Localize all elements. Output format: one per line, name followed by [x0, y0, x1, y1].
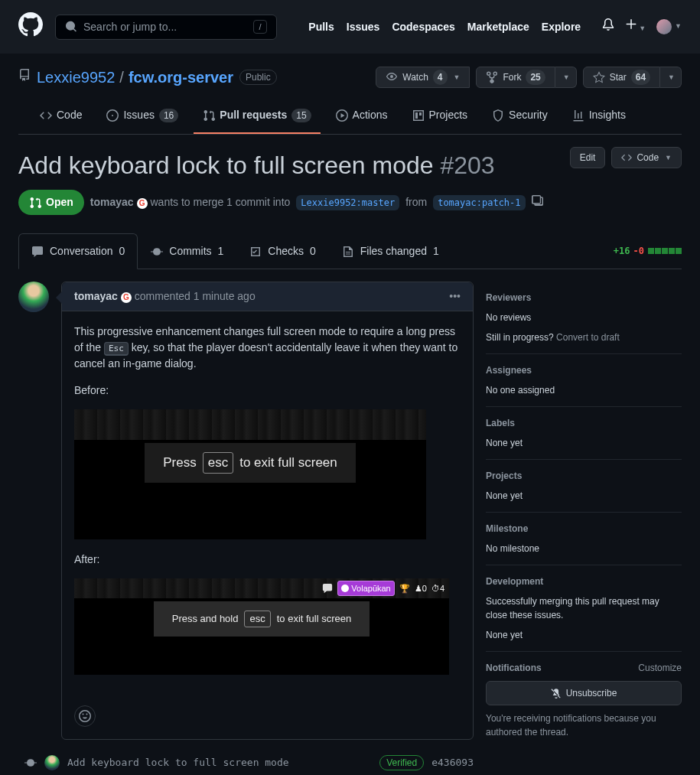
base-branch[interactable]: Lexxie9952:master	[296, 195, 399, 210]
diffstat: +16 -0	[614, 233, 682, 269]
convert-to-draft-link[interactable]: Convert to draft	[556, 332, 620, 343]
ptab-commits[interactable]: Commits 1	[138, 233, 236, 269]
tab-security[interactable]: Security	[483, 101, 557, 134]
nav-pulls[interactable]: Pulls	[308, 19, 334, 35]
code-dropdown-button[interactable]: Code▼	[611, 147, 682, 168]
repo-separator: /	[119, 66, 124, 89]
google-badge: G	[137, 198, 148, 209]
tab-projects[interactable]: Projects	[403, 101, 477, 134]
slash-key-hint: /	[253, 20, 267, 34]
star-dropdown[interactable]: ▼	[660, 67, 682, 88]
star-icon	[593, 71, 605, 83]
tab-code[interactable]: Code	[31, 101, 91, 134]
side-projects-title[interactable]: Projects	[486, 469, 682, 483]
side-development-title[interactable]: Development	[486, 575, 682, 588]
chat-icon	[322, 583, 333, 594]
issues-count: 16	[159, 109, 178, 122]
nav-codespaces[interactable]: Codespaces	[392, 19, 454, 35]
tab-insights[interactable]: Insights	[563, 101, 635, 134]
side-milestone-body: No milestone	[486, 542, 682, 555]
before-label: Before:	[74, 383, 461, 399]
side-notifications-title: Notifications	[486, 661, 542, 675]
commit-sha[interactable]: e436093	[431, 755, 474, 770]
screenshot-after[interactable]: Volapūkan 🏆 ♟0 ⏱4 P	[74, 578, 449, 675]
after-label: After:	[74, 552, 461, 568]
pr-title: Add keyboard lock to full screen mode	[18, 151, 434, 179]
commit-node-icon	[24, 757, 37, 769]
side-reviewers-body: No reviews	[486, 311, 682, 324]
clock-count: ⏱4	[431, 582, 444, 595]
search-placeholder: Search or jump to...	[83, 19, 177, 35]
ptab-checks[interactable]: Checks 0	[236, 233, 328, 269]
pr-author[interactable]: tomayac	[90, 196, 134, 208]
tab-actions[interactable]: Actions	[327, 101, 397, 134]
comment-author-avatar[interactable]	[18, 282, 49, 312]
fork-dropdown[interactable]: ▼	[555, 67, 577, 88]
pr-number: #203	[440, 151, 494, 179]
side-labels-title[interactable]: Labels	[486, 416, 682, 430]
tab-pulls[interactable]: Pull requests 15	[194, 101, 320, 134]
fork-count: 25	[526, 70, 545, 85]
side-labels-body: None yet	[486, 436, 682, 450]
side-assignees-title[interactable]: Assignees	[486, 363, 682, 377]
search-icon	[65, 21, 77, 33]
side-development-body: Successfully merging this pull request m…	[486, 594, 682, 622]
pr-description-comment: tomayacG commented 1 minute ago ••• This…	[61, 282, 474, 740]
fork-icon	[486, 71, 498, 83]
nation-badge: Volapūkan	[337, 581, 394, 597]
notifications-reason: You're receiving notifications because y…	[486, 712, 682, 739]
edit-button[interactable]: Edit	[570, 147, 606, 168]
nav-explore[interactable]: Explore	[542, 19, 581, 35]
add-reaction-button[interactable]	[74, 705, 96, 727]
comment-paragraph: This progressive enhancement changes ful…	[74, 324, 461, 372]
google-badge: G	[121, 292, 132, 303]
nav-issues[interactable]: Issues	[347, 19, 380, 35]
watch-count: 4	[433, 70, 448, 85]
trophy-count: ♟0	[415, 582, 427, 595]
notifications-customize-link[interactable]: Customize	[638, 661, 682, 675]
watch-button[interactable]: Watch 4 ▼	[376, 67, 470, 88]
commit-message[interactable]: Add keyboard lock to full screen mode	[67, 755, 289, 770]
star-button[interactable]: Star 64	[583, 67, 660, 88]
commit-row[interactable]: Add keyboard lock to full screen mode Ve…	[18, 749, 474, 775]
unsubscribe-button[interactable]: Unsubscribe	[486, 681, 682, 705]
screenshot-before[interactable]: Press esc to exit full screen	[74, 409, 426, 539]
nav-marketplace[interactable]: Marketplace	[467, 19, 529, 35]
pulls-count: 15	[291, 109, 311, 122]
star-count: 64	[631, 70, 650, 85]
ptab-conversation[interactable]: Conversation 0	[18, 233, 138, 269]
comment-kebab-menu[interactable]: •••	[449, 288, 461, 304]
search-input[interactable]: Search or jump to... /	[55, 15, 277, 40]
commit-author-avatar[interactable]	[44, 755, 60, 770]
repo-name-link[interactable]: fcw.org-server	[129, 66, 233, 89]
side-milestone-title[interactable]: Milestone	[486, 522, 682, 536]
repo-owner-link[interactable]: Lexxie9952	[37, 66, 115, 89]
side-assignees-body: No one assigned	[486, 383, 682, 397]
side-projects-body: None yet	[486, 489, 682, 503]
head-branch[interactable]: tomayac:patch-1	[433, 195, 525, 210]
trophy-icon: 🏆	[399, 582, 410, 595]
user-avatar-menu[interactable]: ▼	[656, 19, 682, 34]
side-development-none: None yet	[486, 628, 682, 642]
tab-issues[interactable]: Issues 16	[97, 101, 187, 134]
visibility-badge: Public	[239, 70, 277, 85]
comment-author[interactable]: tomayac	[74, 290, 118, 302]
verified-badge[interactable]: Verified	[379, 755, 424, 770]
fork-button[interactable]: Fork 25	[476, 67, 555, 88]
github-logo[interactable]	[18, 12, 43, 41]
side-reviewers-title[interactable]: Reviewers	[486, 291, 682, 304]
notifications-icon[interactable]	[602, 18, 614, 35]
plus-menu[interactable]: ▼	[625, 18, 646, 35]
eye-icon	[386, 71, 398, 83]
repo-icon	[18, 69, 31, 86]
pr-state-open: Open	[18, 190, 84, 215]
code-icon	[621, 152, 632, 163]
bell-slash-icon	[551, 688, 562, 698]
draft-question: Still in progress?	[486, 332, 554, 343]
ptab-files[interactable]: Files changed 1	[329, 233, 452, 269]
copy-branch-icon[interactable]	[532, 194, 544, 211]
